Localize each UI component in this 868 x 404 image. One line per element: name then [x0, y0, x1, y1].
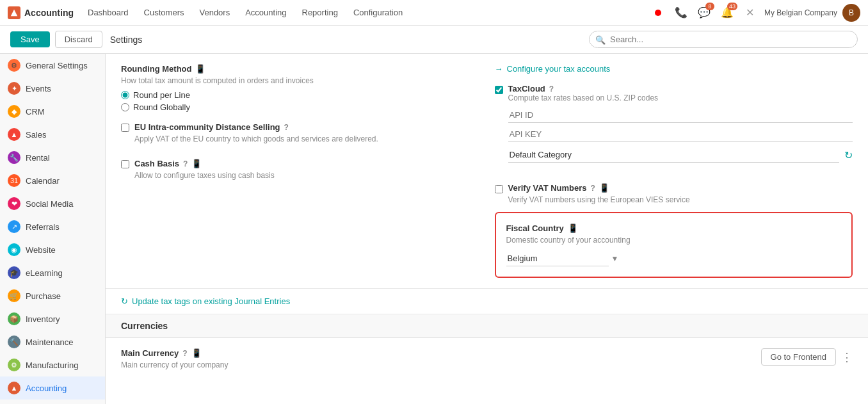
main-currency-help-icon[interactable]: ?	[182, 349, 187, 358]
sidebar-label-inventory: Inventory	[26, 314, 60, 324]
sidebar-item-calendar[interactable]: 31 Calendar	[0, 169, 105, 192]
close-icon[interactable]: ✕	[741, 4, 759, 22]
fiscal-country-mobile-icon: 📱	[568, 223, 578, 233]
update-refresh-icon: ↻	[121, 296, 128, 306]
eu-selling-label: EU Intra-community Distance Selling ?	[134, 122, 479, 132]
verify-vat-label: Verify VAT Numbers ? 📱	[508, 183, 690, 193]
default-category-select[interactable]: Default Category	[508, 147, 840, 163]
round-globally-radio[interactable]	[121, 103, 129, 111]
main-currency-info: Main Currency ? 📱 Main currency of your …	[121, 348, 228, 369]
general-settings-icon: ⚙	[8, 59, 20, 72]
bell-badge: 43	[727, 3, 737, 10]
main-currency-actions: Go to Frontend ⋮	[761, 348, 853, 366]
inventory-icon: 📦	[8, 312, 20, 325]
nav-customers[interactable]: Customers	[138, 5, 191, 20]
sidebar-item-general-settings[interactable]: ⚙ General Settings	[0, 54, 105, 77]
bell-icon[interactable]: 🔔 43	[718, 4, 736, 22]
rounding-label: Rounding Method 📱	[121, 64, 479, 74]
api-key-input[interactable]	[508, 127, 853, 142]
cash-basis-checkbox[interactable]	[121, 160, 129, 168]
verify-vat-section: Verify VAT Numbers ? 📱 Verify VAT number…	[508, 183, 690, 204]
main-layout: ⚙ General Settings ✦ Events ◆ CRM ▲ Sale…	[0, 54, 868, 404]
topnav-right: 📞 💬 8 🔔 43 ✕ My Belgian Company B	[649, 4, 860, 22]
sidebar-label-manufacturing: Manufacturing	[26, 360, 78, 370]
cash-basis-label: Cash Basis ? 📱	[134, 159, 479, 168]
configure-tax-accounts-link[interactable]: → Configure your tax accounts	[495, 64, 853, 74]
eu-selling-checkbox[interactable]	[121, 124, 129, 132]
rounding-options: Round per Line Round Globally	[121, 90, 479, 112]
sidebar-item-manufacturing[interactable]: ⚙ Manufacturing	[0, 353, 105, 376]
left-col: Rounding Method 📱 How total tax amount i…	[121, 64, 479, 278]
purchase-icon: 🛒	[8, 289, 20, 302]
sidebar-item-rental[interactable]: 🔧 Rental	[0, 146, 105, 169]
sidebar-label-referrals: Referrals	[26, 222, 60, 232]
sidebar-item-accounting[interactable]: ▲ Accounting	[0, 376, 105, 400]
sidebar-item-website[interactable]: ◉ Website	[0, 238, 105, 261]
fiscal-country-box: Fiscal Country 📱 Domestic country of you…	[495, 212, 853, 278]
sidebar-item-sales[interactable]: ▲ Sales	[0, 123, 105, 146]
eu-selling-help-icon[interactable]: ?	[284, 123, 289, 132]
cash-basis-mobile-icon: 📱	[191, 159, 202, 168]
nav-dashboard[interactable]: Dashboard	[81, 5, 135, 20]
main-currency-desc: Main currency of your company	[121, 360, 228, 369]
cash-basis-help-icon[interactable]: ?	[183, 159, 188, 168]
social-media-icon: ❤	[8, 197, 20, 210]
taxcloud-desc: Compute tax rates based on U.S. ZIP code…	[508, 93, 853, 102]
verify-vat-help-icon[interactable]: ?	[591, 184, 595, 193]
nav-vendors[interactable]: Vendors	[193, 5, 236, 20]
sidebar-item-elearning[interactable]: 🎓 eLearning	[0, 261, 105, 284]
sidebar-label-maintenance: Maintenance	[26, 337, 73, 347]
verify-vat-checkbox[interactable]	[495, 185, 503, 193]
search-box: 🔍	[589, 31, 858, 48]
nav-accounting[interactable]: Accounting	[239, 5, 293, 20]
toolbar-title: Settings	[110, 35, 143, 45]
events-icon: ✦	[8, 82, 20, 95]
sidebar-scroll: ⚙ General Settings ✦ Events ◆ CRM ▲ Sale…	[0, 54, 105, 404]
taxcloud-help-icon[interactable]: ?	[549, 85, 554, 93]
taxcloud-checkbox[interactable]	[495, 86, 503, 94]
sidebar-item-crm[interactable]: ◆ CRM	[0, 100, 105, 123]
round-per-line-option[interactable]: Round per Line	[121, 90, 479, 100]
chat-icon[interactable]: 💬 8	[695, 4, 713, 22]
update-tax-tags-row: ↻ Update tax tags on existing Journal En…	[106, 289, 868, 314]
eu-selling-label-group: EU Intra-community Distance Selling ? Ap…	[134, 122, 479, 149]
sidebar-label-events: Events	[26, 84, 51, 93]
section-grid: Rounding Method 📱 How total tax amount i…	[106, 54, 868, 288]
update-tax-tags-link[interactable]: ↻ Update tax tags on existing Journal En…	[121, 296, 853, 306]
sidebar-label-accounting: Accounting	[26, 384, 67, 393]
rounding-desc: How total tax amount is computed in orde…	[121, 76, 479, 85]
refresh-icon[interactable]: ↻	[844, 149, 853, 161]
nav-reporting[interactable]: Reporting	[296, 5, 344, 20]
top-navigation: Accounting Dashboard Customers Vendors A…	[0, 0, 868, 26]
search-input[interactable]	[589, 31, 858, 48]
avatar[interactable]: B	[842, 4, 860, 22]
sidebar-item-referrals[interactable]: ↗ Referrals	[0, 215, 105, 238]
fiscal-country-select-wrap: Belgium ▼	[506, 251, 842, 266]
round-per-line-radio[interactable]	[121, 91, 129, 99]
discard-button[interactable]: Discard	[55, 31, 102, 48]
taxcloud-section: TaxCloud ? Compute tax rates based on U.…	[508, 84, 853, 163]
nav-configuration[interactable]: Configuration	[347, 5, 409, 20]
sidebar-item-purchase[interactable]: 🛒 Purchase	[0, 284, 105, 307]
phone-icon[interactable]: 📞	[672, 4, 690, 22]
api-key-field	[508, 127, 853, 142]
round-globally-option[interactable]: Round Globally	[121, 102, 479, 112]
app-brand[interactable]: Accounting	[8, 6, 74, 19]
sidebar-item-maintenance[interactable]: 🔨 Maintenance	[0, 330, 105, 353]
save-button[interactable]: Save	[10, 31, 50, 47]
api-id-input[interactable]	[508, 108, 853, 123]
sidebar-item-events[interactable]: ✦ Events	[0, 77, 105, 100]
fiscal-country-select[interactable]: Belgium	[506, 251, 609, 266]
red-dot-icon[interactable]	[649, 4, 667, 22]
main-currency-mobile-icon: 📱	[191, 348, 202, 358]
sidebar-item-inventory[interactable]: 📦 Inventory	[0, 307, 105, 330]
sidebar-item-social-media[interactable]: ❤ Social Media	[0, 192, 105, 215]
go-to-frontend-button[interactable]: Go to Frontend	[761, 348, 836, 366]
currencies-header: Currencies	[106, 314, 868, 338]
more-options-icon[interactable]: ⋮	[841, 350, 853, 364]
cash-basis-desc: Allow to configure taxes using cash basi…	[134, 171, 479, 180]
verify-vat-mobile-icon: 📱	[599, 183, 609, 193]
sidebar-label-social: Social Media	[26, 199, 73, 209]
default-category-row: Default Category ↻	[508, 147, 853, 163]
rounding-mobile-icon: 📱	[195, 64, 205, 74]
